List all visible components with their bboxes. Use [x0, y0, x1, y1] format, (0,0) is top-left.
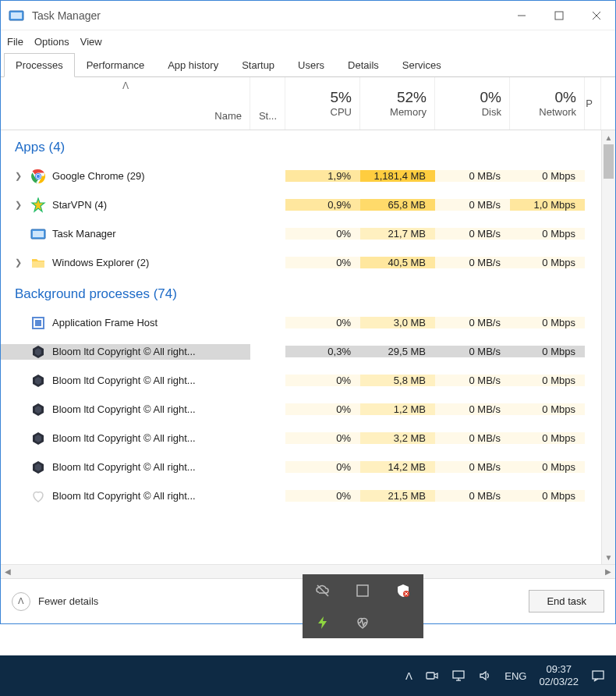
menu-file[interactable]: File	[7, 36, 23, 48]
column-cpu[interactable]: 5% CPU	[285, 77, 360, 130]
cell-network: 0 Mbps	[510, 257, 585, 268]
cell-network: 0 Mbps	[510, 346, 585, 357]
window-title: Task Manager	[32, 9, 101, 22]
clock[interactable]: 09:37 02/03/22	[539, 663, 579, 687]
group-apps[interactable]: Apps (4)	[1, 130, 615, 162]
menu-options[interactable]: Options	[34, 36, 69, 48]
process-row[interactable]: ❯StarVPN (4)0,9%65,8 MB0 MB/s1,0 Mbps	[1, 190, 615, 219]
taskmgr-icon	[7, 6, 26, 25]
process-row[interactable]: Bloom ltd Copyright © All right...0%21,5…	[1, 481, 615, 510]
tab-users[interactable]: Users	[286, 53, 336, 77]
expand-chevron-icon[interactable]: ❯	[15, 257, 24, 268]
menu-view[interactable]: View	[80, 36, 102, 48]
group-background[interactable]: Background processes (74)	[1, 277, 615, 308]
cell-memory: 3,0 MB	[360, 317, 435, 328]
vertical-scrollbar[interactable]: ▲ ▼	[601, 130, 615, 564]
meet-now-icon[interactable]	[425, 669, 439, 683]
cell-cpu: 1,9%	[285, 170, 360, 182]
scroll-down-icon[interactable]: ▼	[602, 550, 615, 564]
fewer-details-button[interactable]: ᐱ Fewer details	[12, 592, 98, 611]
tab-startup[interactable]: Startup	[230, 53, 286, 77]
cell-memory: 29,5 MB	[360, 346, 435, 357]
task-manager-window: Task Manager File Options View Processes…	[0, 0, 616, 624]
svg-rect-35	[593, 671, 604, 679]
cell-memory: 1,181,4 MB	[360, 170, 435, 182]
heartbeat-icon[interactable]	[343, 606, 384, 638]
process-row[interactable]: Bloom ltd Copyright © All right...0,3%29…	[1, 337, 615, 366]
process-row[interactable]: Bloom ltd Copyright © All right...0%3,2 …	[1, 424, 615, 453]
cell-network: 0 Mbps	[510, 170, 585, 182]
process-name: Bloom ltd Copyright © All right...	[52, 490, 196, 502]
column-network[interactable]: 0% Network	[510, 77, 585, 130]
language-indicator[interactable]: ENG	[504, 670, 526, 682]
tab-processes[interactable]: Processes	[4, 53, 75, 77]
process-name: Application Frame Host	[52, 317, 158, 328]
process-row[interactable]: Task Manager0%21,7 MB0 MB/s0 Mbps	[1, 219, 615, 248]
bolt-icon[interactable]	[303, 606, 343, 638]
cell-network: 1,0 Mbps	[510, 199, 585, 211]
close-button[interactable]	[578, 1, 615, 30]
process-row[interactable]: ❯Windows Explorer (2)0%40,5 MB0 MB/s0 Mb…	[1, 248, 615, 277]
chrome-icon	[30, 169, 46, 184]
volume-icon[interactable]	[478, 669, 492, 683]
cell-memory: 65,8 MB	[360, 199, 435, 211]
scroll-thumb[interactable]	[604, 144, 614, 179]
process-row[interactable]: ❯Google Chrome (29)1,9%1,181,4 MB0 MB/s0…	[1, 162, 615, 190]
titlebar[interactable]: Task Manager	[1, 1, 615, 30]
cell-cpu: 0,9%	[285, 199, 360, 211]
afh-icon	[30, 315, 46, 331]
svg-rect-27	[357, 585, 368, 596]
tab-details[interactable]: Details	[336, 53, 391, 77]
bloom-icon	[30, 460, 46, 475]
tray-overflow-popup[interactable]	[303, 574, 423, 638]
expand-chevron-icon[interactable]: ❯	[15, 171, 24, 181]
cell-cpu: 0%	[285, 490, 360, 502]
cell-disk: 0 MB/s	[435, 257, 510, 268]
svg-line-26	[317, 585, 328, 596]
cell-memory: 21,5 MB	[360, 490, 435, 502]
scroll-right-icon[interactable]: ▶	[601, 567, 615, 576]
tab-services[interactable]: Services	[391, 53, 453, 77]
tab-performance[interactable]: Performance	[75, 53, 156, 77]
scroll-up-icon[interactable]: ▲	[602, 130, 615, 144]
tabs: Processes Performance App history Startu…	[1, 52, 615, 77]
process-row[interactable]: Application Frame Host0%3,0 MB0 MB/s0 Mb…	[1, 308, 615, 337]
svg-rect-15	[35, 320, 41, 326]
cell-cpu: 0,3%	[285, 346, 360, 357]
svg-rect-3	[555, 12, 563, 20]
process-row[interactable]: Bloom ltd Copyright © All right...0%5,8 …	[1, 366, 615, 395]
cell-cpu: 0%	[285, 432, 360, 444]
cell-cpu: 0%	[285, 461, 360, 473]
expand-chevron-icon[interactable]: ❯	[15, 200, 24, 210]
svg-rect-32	[453, 671, 464, 678]
end-task-button[interactable]: End task	[529, 590, 604, 613]
column-name[interactable]: ᐱ Name	[1, 77, 250, 130]
cell-cpu: 0%	[285, 375, 360, 386]
cloud-off-icon[interactable]	[303, 574, 343, 606]
column-disk[interactable]: 0% Disk	[435, 77, 510, 130]
tab-app-history[interactable]: App history	[156, 53, 230, 77]
process-row[interactable]: Bloom ltd Copyright © All right...0%14,2…	[1, 453, 615, 481]
square-icon[interactable]	[343, 574, 384, 606]
minimize-button[interactable]	[503, 1, 540, 30]
svg-marker-10	[32, 198, 44, 211]
column-status[interactable]: St...	[250, 77, 285, 130]
cell-cpu: 0%	[285, 257, 360, 268]
taskbar[interactable]: ᐱ ENG 09:37 02/03/22	[0, 655, 616, 696]
svg-point-9	[37, 174, 40, 177]
notifications-icon[interactable]	[591, 669, 605, 683]
svg-rect-13	[32, 261, 44, 268]
column-memory[interactable]: 52% Memory	[360, 77, 435, 130]
network-icon[interactable]	[451, 669, 466, 683]
security-shield-icon[interactable]	[383, 574, 423, 606]
process-row[interactable]: Bloom ltd Copyright © All right...0%1,2 …	[1, 395, 615, 424]
cell-disk: 0 MB/s	[435, 490, 510, 502]
cell-network: 0 Mbps	[510, 375, 585, 386]
maximize-button[interactable]	[540, 1, 578, 30]
column-extra[interactable]: P	[585, 77, 601, 130]
process-list: Apps (4) ❯Google Chrome (29)1,9%1,181,4 …	[1, 130, 615, 564]
scroll-left-icon[interactable]: ◀	[1, 567, 15, 576]
bloom-icon	[30, 344, 46, 360]
tray-overflow-chevron-icon[interactable]: ᐱ	[405, 670, 412, 682]
process-name: Bloom ltd Copyright © All right...	[52, 346, 196, 357]
